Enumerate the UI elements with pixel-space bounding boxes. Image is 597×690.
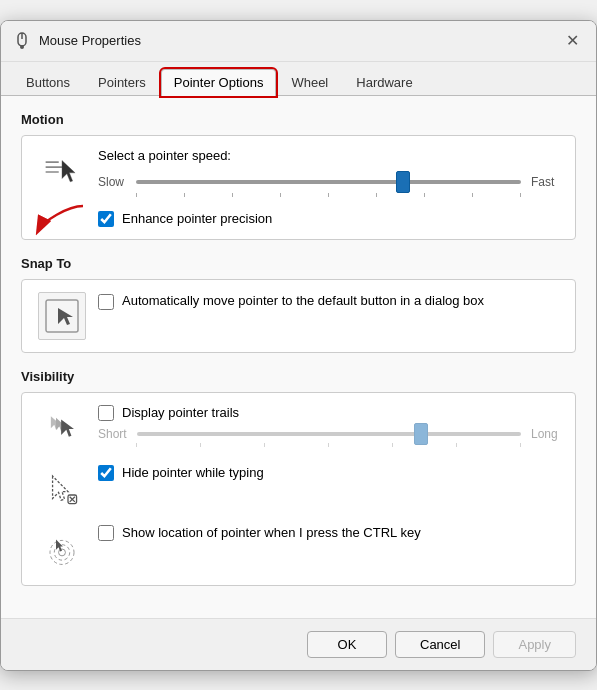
visibility-title: Visibility bbox=[21, 369, 576, 384]
enhance-precision-row: Enhance pointer precision bbox=[98, 211, 272, 227]
tab-wheel[interactable]: Wheel bbox=[278, 69, 341, 96]
trails-checkbox[interactable] bbox=[98, 405, 114, 421]
trails-slider[interactable] bbox=[137, 432, 521, 436]
snap-to-checkbox[interactable] bbox=[98, 294, 114, 310]
snap-icon bbox=[38, 292, 86, 340]
svg-point-19 bbox=[59, 549, 66, 556]
hide-typing-label: Hide pointer while typing bbox=[122, 465, 264, 480]
motion-box: Select a pointer speed: Slow Fast bbox=[21, 135, 576, 240]
speed-slider-row: Slow Fast bbox=[98, 175, 559, 189]
motion-title: Motion bbox=[21, 112, 576, 127]
window-icon bbox=[13, 32, 31, 50]
svg-point-17 bbox=[50, 540, 74, 564]
visibility-content: Display pointer trails Short Long bbox=[38, 405, 559, 573]
tab-bar: Buttons Pointers Pointer Options Wheel H… bbox=[1, 62, 596, 96]
hide-typing-row: Hide pointer while typing bbox=[38, 465, 559, 513]
hide-icon bbox=[38, 465, 86, 513]
motion-section: Motion Selec bbox=[21, 112, 576, 240]
show-location-checkbox[interactable] bbox=[98, 525, 114, 541]
trails-icon bbox=[38, 405, 86, 453]
long-label: Long bbox=[531, 427, 559, 441]
svg-marker-6 bbox=[62, 160, 75, 181]
enhance-precision-label: Enhance pointer precision bbox=[122, 211, 272, 226]
pointer-speed-slider[interactable] bbox=[136, 180, 521, 184]
title-bar-left: Mouse Properties bbox=[13, 32, 141, 50]
short-label: Short bbox=[98, 427, 127, 441]
svg-marker-9 bbox=[58, 308, 73, 325]
speed-label: Select a pointer speed: bbox=[98, 148, 559, 163]
show-location-checkbox-row: Show location of pointer when I press th… bbox=[98, 525, 559, 541]
trails-slider-row: Short Long bbox=[98, 427, 559, 441]
slow-label: Slow bbox=[98, 175, 126, 189]
cancel-button[interactable]: Cancel bbox=[395, 631, 485, 658]
footer: OK Cancel Apply bbox=[1, 618, 596, 670]
motion-row: Select a pointer speed: Slow Fast bbox=[38, 148, 559, 227]
tab-hardware[interactable]: Hardware bbox=[343, 69, 425, 96]
show-location-row: Show location of pointer when I press th… bbox=[38, 525, 559, 573]
fast-label: Fast bbox=[531, 175, 559, 189]
title-bar: Mouse Properties ✕ bbox=[1, 21, 596, 62]
trails-row: Display pointer trails Short Long bbox=[38, 405, 559, 453]
content-area: Motion Selec bbox=[1, 96, 596, 618]
red-arrow-annotation bbox=[28, 201, 88, 241]
snap-to-title: Snap To bbox=[21, 256, 576, 271]
hide-typing-checkbox[interactable] bbox=[98, 465, 114, 481]
svg-marker-13 bbox=[53, 476, 68, 500]
hide-controls: Hide pointer while typing bbox=[98, 465, 559, 481]
enhance-precision-checkbox[interactable] bbox=[98, 211, 114, 227]
show-location-label: Show location of pointer when I press th… bbox=[122, 525, 421, 540]
svg-marker-12 bbox=[61, 419, 74, 436]
snap-to-box: Automatically move pointer to the defaul… bbox=[21, 279, 576, 353]
trails-label: Display pointer trails bbox=[122, 405, 239, 420]
close-button[interactable]: ✕ bbox=[560, 29, 584, 53]
snap-row: Automatically move pointer to the defaul… bbox=[38, 292, 559, 340]
locate-controls: Show location of pointer when I press th… bbox=[98, 525, 559, 541]
mouse-properties-window: Mouse Properties ✕ Buttons Pointers Poin… bbox=[0, 20, 597, 671]
snap-to-section: Snap To Automatically move pointer to th… bbox=[21, 256, 576, 353]
tab-buttons[interactable]: Buttons bbox=[13, 69, 83, 96]
motion-controls: Select a pointer speed: Slow Fast bbox=[98, 148, 559, 227]
trails-controls: Display pointer trails Short Long bbox=[98, 405, 559, 447]
snap-to-label: Automatically move pointer to the defaul… bbox=[122, 292, 484, 310]
apply-button[interactable]: Apply bbox=[493, 631, 576, 658]
visibility-section: Visibility bbox=[21, 369, 576, 586]
trails-checkbox-row: Display pointer trails bbox=[98, 405, 559, 421]
snap-to-checkbox-row: Automatically move pointer to the defaul… bbox=[98, 292, 559, 310]
locate-icon bbox=[38, 525, 86, 573]
ok-button[interactable]: OK bbox=[307, 631, 387, 658]
svg-point-2 bbox=[20, 45, 24, 49]
hide-typing-checkbox-row: Hide pointer while typing bbox=[98, 465, 559, 481]
tab-pointer-options[interactable]: Pointer Options bbox=[161, 69, 277, 96]
window-title: Mouse Properties bbox=[39, 33, 141, 48]
motion-icon bbox=[38, 148, 86, 196]
tab-pointers[interactable]: Pointers bbox=[85, 69, 159, 96]
visibility-box: Display pointer trails Short Long bbox=[21, 392, 576, 586]
